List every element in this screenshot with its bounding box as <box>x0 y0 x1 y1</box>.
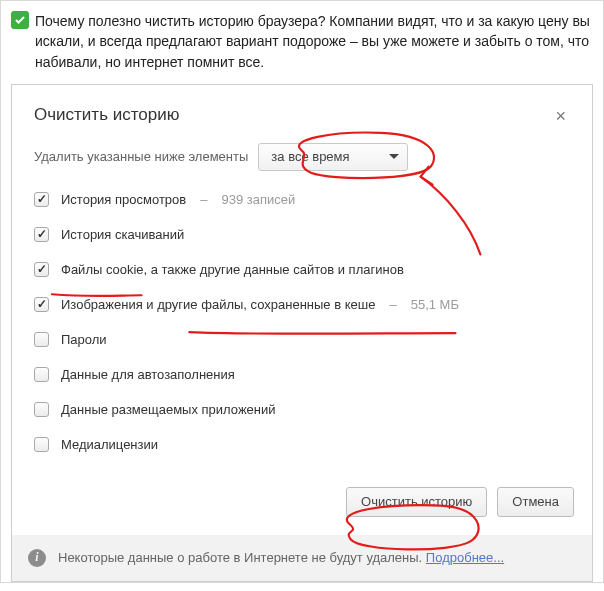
note-bar: i Некоторые данные о работе в Интернете … <box>12 535 592 581</box>
note-text: Некоторые данные о работе в Интернете не… <box>58 550 422 565</box>
period-select-value: за все время <box>271 149 349 164</box>
option-row: История просмотров–939 записей <box>34 185 570 214</box>
option-label: Файлы cookie, а также другие данные сайт… <box>61 262 404 277</box>
checkbox[interactable] <box>34 402 49 417</box>
checkbox[interactable] <box>34 367 49 382</box>
period-select[interactable]: за все время <box>258 143 408 171</box>
clear-history-dialog: Очистить историю × Удалить указанные ниж… <box>11 84 593 582</box>
clear-history-button[interactable]: Очистить историю <box>346 487 487 517</box>
intro-text: Почему полезно чистить историю браузера?… <box>35 11 593 72</box>
option-label: Данные размещаемых приложений <box>61 402 276 417</box>
checkbox[interactable] <box>34 192 49 207</box>
option-label: История просмотров <box>61 192 186 207</box>
note-link[interactable]: Подробнее... <box>426 550 504 565</box>
checkbox[interactable] <box>34 227 49 242</box>
checkbox[interactable] <box>34 262 49 277</box>
dialog-title: Очистить историю <box>34 105 179 125</box>
check-icon <box>11 11 29 29</box>
option-suffix: 939 записей <box>221 192 295 207</box>
option-suffix: 55,1 МБ <box>411 297 459 312</box>
option-row: История скачиваний <box>34 220 570 249</box>
checkbox[interactable] <box>34 297 49 312</box>
option-row: Медиалицензии <box>34 430 570 459</box>
option-label: Медиалицензии <box>61 437 158 452</box>
option-row: Файлы cookie, а также другие данные сайт… <box>34 255 570 284</box>
option-row: Данные размещаемых приложений <box>34 395 570 424</box>
option-row: Данные для автозаполнения <box>34 360 570 389</box>
checkbox[interactable] <box>34 332 49 347</box>
note-text-wrap: Некоторые данные о работе в Интернете не… <box>58 550 504 565</box>
option-label: Данные для автозаполнения <box>61 367 235 382</box>
separator: – <box>387 297 398 312</box>
option-row: Пароли <box>34 325 570 354</box>
option-label: История скачиваний <box>61 227 184 242</box>
cancel-button[interactable]: Отмена <box>497 487 574 517</box>
options-list: История просмотров–939 записейИстория ск… <box>34 185 570 459</box>
info-icon: i <box>28 549 46 567</box>
intro-block: Почему полезно чистить историю браузера?… <box>11 7 593 84</box>
option-label: Пароли <box>61 332 107 347</box>
period-label: Удалить указанные ниже элементы <box>34 149 248 164</box>
separator: – <box>198 192 209 207</box>
checkbox[interactable] <box>34 437 49 452</box>
option-label: Изображения и другие файлы, сохраненные … <box>61 297 375 312</box>
close-icon[interactable]: × <box>551 105 570 127</box>
chevron-down-icon <box>389 154 399 159</box>
option-row: Изображения и другие файлы, сохраненные … <box>34 290 570 319</box>
